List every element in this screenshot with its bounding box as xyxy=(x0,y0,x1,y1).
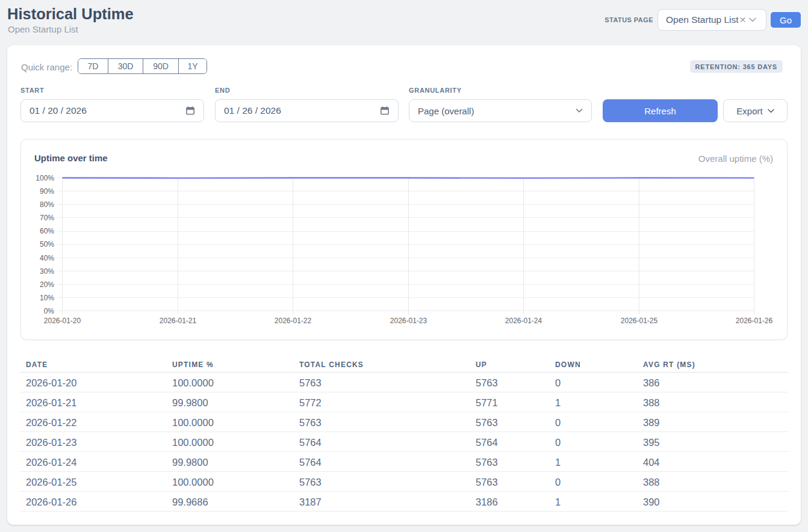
svg-text:10%: 10% xyxy=(40,294,54,302)
svg-text:50%: 50% xyxy=(40,240,54,249)
svg-text:2026-01-22: 2026-01-22 xyxy=(275,317,312,325)
svg-text:2026-01-21: 2026-01-21 xyxy=(160,317,197,325)
svg-text:2026-01-23: 2026-01-23 xyxy=(390,317,427,325)
svg-text:100%: 100% xyxy=(36,174,54,182)
svg-text:2026-01-26: 2026-01-26 xyxy=(736,317,773,325)
svg-text:2026-01-24: 2026-01-24 xyxy=(505,317,542,325)
svg-text:2026-01-20: 2026-01-20 xyxy=(44,317,81,325)
svg-text:60%: 60% xyxy=(40,227,54,235)
svg-text:70%: 70% xyxy=(40,214,54,222)
svg-text:90%: 90% xyxy=(40,187,54,196)
svg-text:40%: 40% xyxy=(40,254,54,262)
svg-text:20%: 20% xyxy=(40,280,54,289)
svg-text:0%: 0% xyxy=(44,307,55,315)
svg-text:2026-01-25: 2026-01-25 xyxy=(621,317,658,325)
svg-text:30%: 30% xyxy=(40,267,54,276)
svg-text:80%: 80% xyxy=(40,200,54,209)
